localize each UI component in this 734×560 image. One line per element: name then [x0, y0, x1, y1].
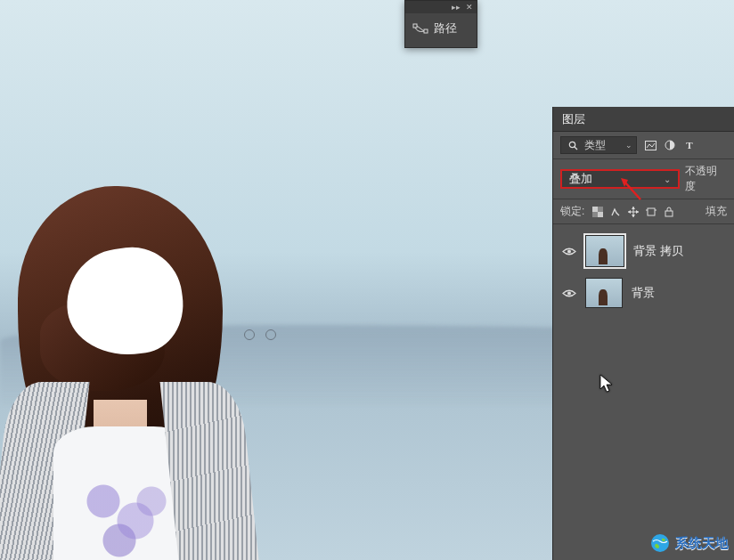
filter-text-icon[interactable]: T — [683, 139, 696, 151]
layer-name-label[interactable]: 背景 — [632, 285, 655, 301]
svg-marker-12 — [632, 207, 635, 209]
svg-rect-0 — [413, 24, 417, 28]
globe-icon — [650, 533, 670, 553]
svg-marker-15 — [636, 210, 639, 214]
chevron-down-icon: ⌄ — [625, 141, 632, 150]
search-icon — [567, 139, 579, 151]
svg-marker-13 — [632, 215, 635, 217]
panel-titlebar[interactable]: ▸▸ ✕ — [405, 1, 477, 13]
layers-list: 背景 拷贝 背景 — [553, 224, 734, 319]
svg-point-20 — [567, 249, 571, 253]
svg-point-2 — [569, 142, 575, 147]
svg-rect-19 — [665, 211, 673, 216]
fill-label: 填充 — [705, 204, 727, 219]
filter-type-label: 类型 — [584, 138, 606, 153]
layer-item[interactable]: 背景 拷贝 — [553, 230, 734, 272]
photo-subject — [0, 177, 267, 560]
paths-tab[interactable]: 路径 — [405, 13, 477, 47]
layer-name-label[interactable]: 背景 拷贝 — [633, 243, 683, 259]
blend-mode-row: 叠加 ⌄ 不透明度 — [553, 159, 734, 199]
lock-transparent-icon[interactable] — [591, 206, 604, 218]
layer-thumbnail[interactable] — [585, 278, 623, 308]
svg-rect-8 — [598, 207, 603, 212]
lock-label: 锁定: — [560, 204, 584, 219]
svg-rect-6 — [592, 207, 598, 212]
svg-rect-7 — [598, 212, 603, 217]
svg-point-21 — [567, 291, 571, 295]
watermark: 系统天地 — [645, 532, 734, 555]
selection-ring-icon — [244, 329, 255, 340]
visibility-toggle-icon[interactable] — [562, 288, 576, 298]
svg-rect-16 — [648, 208, 655, 215]
blend-mode-dropdown[interactable]: 叠加 ⌄ — [560, 169, 680, 189]
close-icon[interactable]: ✕ — [466, 4, 473, 12]
lock-image-icon[interactable] — [609, 206, 622, 218]
svg-rect-1 — [424, 29, 428, 33]
visibility-toggle-icon[interactable] — [562, 246, 576, 256]
lock-position-icon[interactable] — [627, 206, 640, 218]
chevron-down-icon: ⌄ — [664, 174, 671, 184]
paths-tab-label: 路径 — [434, 20, 457, 37]
paths-icon — [412, 22, 428, 35]
collapse-icon[interactable]: ▸▸ — [452, 4, 461, 12]
cursor-icon — [599, 374, 614, 394]
lock-row: 锁定: 填充 — [553, 199, 734, 224]
layers-panel[interactable]: 图层 类型 ⌄ T 叠加 ⌄ 不透明度 锁定: — [552, 107, 734, 560]
layer-item[interactable]: 背景 — [553, 272, 734, 313]
layer-thumbnail[interactable] — [585, 235, 624, 267]
layers-panel-titlebar[interactable]: 图层 — [553, 107, 734, 132]
blend-mode-value: 叠加 — [569, 171, 592, 187]
opacity-label: 不透明度 — [685, 164, 727, 194]
lock-all-icon[interactable] — [663, 206, 675, 218]
filter-type-dropdown[interactable]: 类型 ⌄ — [560, 136, 637, 154]
filter-adjustment-icon[interactable] — [664, 139, 676, 151]
watermark-text: 系统天地 — [675, 535, 729, 552]
svg-rect-9 — [592, 212, 598, 217]
selection-ring-icon — [265, 329, 276, 340]
svg-line-3 — [575, 147, 577, 150]
layers-tab-label: 图层 — [562, 111, 585, 127]
filter-pixel-icon[interactable] — [644, 139, 657, 151]
svg-point-22 — [651, 534, 669, 552]
lock-artboard-icon[interactable] — [645, 206, 657, 218]
paths-panel[interactable]: ▸▸ ✕ 路径 — [404, 0, 477, 48]
svg-marker-14 — [628, 210, 631, 214]
layer-filter-row: 类型 ⌄ T — [553, 132, 734, 159]
